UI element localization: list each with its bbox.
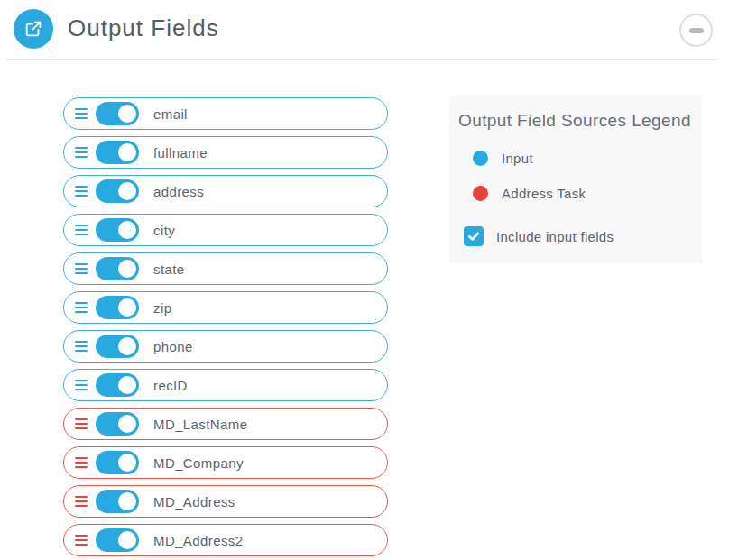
field-toggle[interactable] [96, 102, 139, 125]
field-label: zip [153, 300, 171, 316]
include-input-fields-checkbox[interactable] [464, 226, 484, 246]
toggle-knob [118, 260, 136, 278]
toggle-knob [118, 454, 136, 472]
minus-icon [689, 28, 704, 33]
drag-handle-icon[interactable] [75, 380, 88, 391]
check-icon [467, 230, 480, 243]
field-row: email [63, 97, 388, 130]
field-toggle[interactable] [96, 335, 139, 358]
field-toggle[interactable] [96, 412, 139, 436]
field-row: recID [63, 369, 388, 401]
field-label: MD_Address2 [153, 533, 243, 548]
toggle-knob [118, 143, 136, 161]
field-label: recID [153, 378, 188, 393]
field-toggle[interactable] [96, 528, 139, 552]
field-label: MD_Company [153, 455, 244, 471]
field-row: fullname [63, 136, 388, 169]
drag-handle-icon[interactable] [75, 263, 88, 275]
legend-item-label: Address Task [502, 186, 586, 201]
drag-handle-icon[interactable] [75, 418, 88, 430]
field-toggle[interactable] [96, 373, 139, 397]
field-toggle[interactable] [96, 451, 139, 474]
field-row: address [63, 175, 388, 207]
toggle-knob [118, 492, 136, 510]
toggle-knob [118, 298, 136, 317]
field-row: phone [63, 330, 388, 363]
field-label: fullname [153, 145, 208, 161]
field-row: MD_LastName [63, 408, 388, 440]
field-row: MD_Address [63, 485, 388, 518]
field-row: MD_Address2 [63, 524, 388, 556]
legend-item: Address Task [458, 186, 693, 201]
drag-handle-icon[interactable] [75, 147, 88, 159]
drag-handle-icon[interactable] [75, 457, 88, 469]
field-toggle[interactable] [96, 141, 139, 164]
field-toggle[interactable] [96, 490, 139, 513]
checkbox-label: Include input fields [496, 229, 614, 244]
output-field-list: email fullname address city [63, 97, 388, 560]
toggle-knob [118, 221, 136, 239]
collapse-button[interactable] [679, 14, 713, 47]
drag-handle-icon[interactable] [75, 108, 88, 120]
field-toggle[interactable] [96, 296, 139, 319]
field-row: state [63, 252, 388, 285]
drag-handle-icon[interactable] [75, 341, 88, 353]
output-fields-header: Output Fields [0, 0, 729, 59]
field-row: MD_Company [63, 446, 388, 479]
field-row: city [63, 214, 388, 246]
output-fields-content: email fullname address city [0, 60, 729, 560]
toggle-knob [118, 105, 136, 123]
drag-handle-icon[interactable] [75, 225, 88, 236]
external-link-icon [14, 9, 53, 49]
drag-handle-icon[interactable] [75, 496, 88, 508]
drag-handle-icon[interactable] [75, 186, 88, 197]
toggle-knob [118, 337, 136, 355]
field-toggle[interactable] [96, 257, 139, 280]
legend-panel: Output Field Sources Legend Input Addres… [449, 95, 702, 263]
toggle-knob [118, 376, 136, 394]
legend-item-label: Input [502, 151, 533, 166]
toggle-knob [118, 182, 136, 200]
field-toggle[interactable] [96, 218, 139, 242]
legend-item: Input [458, 151, 693, 166]
field-label: state [153, 262, 185, 277]
include-input-fields-row: Include input fields [458, 226, 693, 246]
field-label: MD_Address [153, 494, 235, 510]
field-toggle[interactable] [96, 179, 139, 203]
field-row: zip [63, 291, 388, 324]
legend-color-dot [473, 151, 488, 166]
drag-handle-icon[interactable] [75, 302, 88, 314]
field-label: city [153, 223, 175, 238]
field-label: phone [153, 339, 193, 354]
legend-title: Output Field Sources Legend [458, 111, 693, 131]
drag-handle-icon[interactable] [75, 535, 88, 546]
toggle-knob [118, 415, 136, 433]
legend-items: Input Address Task [458, 151, 693, 201]
page-title: Output Fields [68, 14, 219, 42]
legend-color-dot [473, 186, 488, 201]
field-label: MD_LastName [153, 417, 247, 432]
field-label: email [153, 106, 188, 122]
toggle-knob [118, 531, 136, 549]
field-label: address [153, 184, 204, 199]
